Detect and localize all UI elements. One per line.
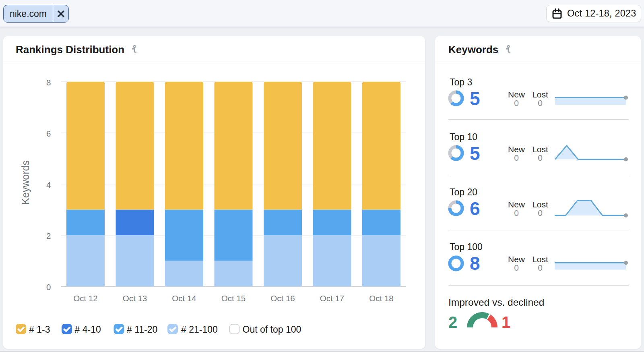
svg-text:# 11-20: # 11-20 [127, 324, 157, 335]
svg-text:Oct 18: Oct 18 [369, 294, 393, 303]
svg-text:# 4-10: # 4-10 [75, 324, 101, 335]
svg-text:Oct 16: Oct 16 [270, 294, 295, 303]
svg-text:0: 0 [46, 282, 51, 292]
svg-text:Oct 17: Oct 17 [320, 294, 344, 303]
svg-text:# 21-100: # 21-100 [181, 324, 218, 335]
svg-text:Keywords: Keywords [20, 160, 31, 205]
svg-text:2: 2 [46, 231, 51, 240]
svg-text:Oct 14: Oct 14 [172, 294, 196, 303]
svg-text:# 1-3: # 1-3 [29, 324, 50, 335]
svg-text:Oct 13: Oct 13 [123, 294, 147, 303]
svg-text:Out of top 100: Out of top 100 [243, 324, 301, 335]
svg-text:Oct 15: Oct 15 [221, 294, 246, 303]
svg-text:6: 6 [46, 129, 51, 138]
svg-text:Oct 12: Oct 12 [73, 294, 97, 303]
svg-text:4: 4 [46, 180, 51, 189]
svg-text:8: 8 [46, 78, 51, 87]
